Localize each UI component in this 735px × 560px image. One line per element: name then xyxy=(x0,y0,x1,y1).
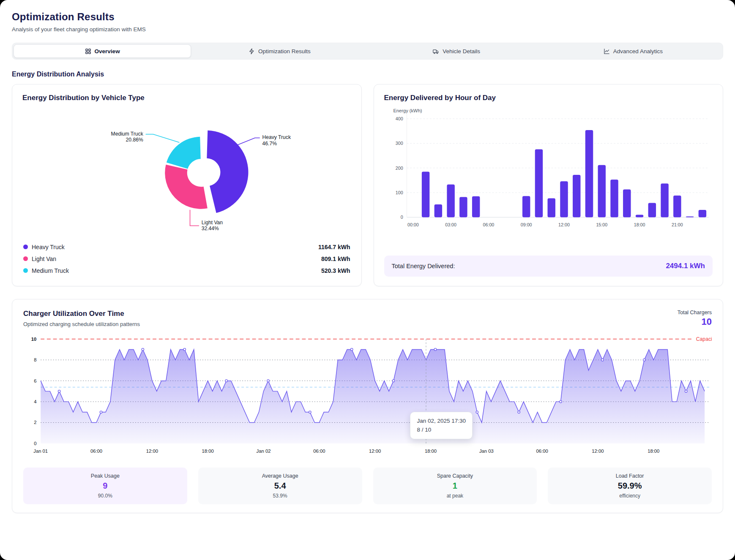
stat-value: 1 xyxy=(377,481,533,491)
stat-value: 5.4 xyxy=(202,481,358,491)
hourly-card-title: Energy Delivered by Hour of Day xyxy=(384,94,713,102)
svg-text:06:00: 06:00 xyxy=(536,448,548,453)
svg-text:Capacity: Capacity xyxy=(696,336,712,342)
svg-text:21:00: 21:00 xyxy=(671,222,683,227)
total-energy-strip: Total Energy Delivered: 2494.1 kWh xyxy=(384,256,713,277)
page-subtitle: Analysis of your fleet charging optimiza… xyxy=(12,26,723,33)
donut-card-title: Energy Distribution by Vehicle Type xyxy=(22,94,351,102)
stat-peak-usage: Peak Usage 9 90.0% xyxy=(23,468,187,504)
svg-text:12:00: 12:00 xyxy=(592,448,604,453)
stat-label: Load Factor xyxy=(552,473,708,479)
svg-text:18:00: 18:00 xyxy=(634,222,645,227)
svg-text:06:00: 06:00 xyxy=(90,448,102,453)
svg-text:300: 300 xyxy=(395,141,403,146)
total-energy-label: Total Energy Delivered: xyxy=(392,263,455,269)
stat-value: 9 xyxy=(27,481,183,491)
energy-by-hour-card: Energy Delivered by Hour of Day Energy (… xyxy=(374,84,724,286)
stat-load-factor: Load Factor 59.9% efficiency xyxy=(548,468,712,504)
legend-row-light-van: Light Van 809.1 kWh xyxy=(22,253,351,265)
stat-label: Peak Usage xyxy=(27,473,183,479)
legend-label: Light Van xyxy=(32,256,321,262)
charger-utilization-card: Charger Utilization Over Time Optimized … xyxy=(12,299,723,513)
svg-text:46.7%: 46.7% xyxy=(262,141,277,147)
stat-sub: at peak xyxy=(377,493,533,499)
total-chargers: Total Chargers 10 xyxy=(678,310,712,327)
stat-sub: 90.0% xyxy=(27,493,183,499)
stat-sub: 53.9% xyxy=(202,493,358,499)
stat-label: Average Usage xyxy=(202,473,358,479)
svg-text:20.86%: 20.86% xyxy=(126,137,143,143)
hourly-bar-chart[interactable]: Energy (kWh)010020030040000:0003:0006:00… xyxy=(384,106,713,234)
stat-average-usage: Average Usage 5.4 53.9% xyxy=(198,468,362,504)
svg-text:0: 0 xyxy=(34,441,36,446)
svg-text:100: 100 xyxy=(395,190,403,195)
total-energy-value: 2494.1 kWh xyxy=(666,262,705,270)
svg-text:06:00: 06:00 xyxy=(313,448,325,453)
svg-text:Jan 03: Jan 03 xyxy=(479,448,494,453)
svg-text:2: 2 xyxy=(34,420,36,425)
donut-legend: Heavy Truck 1164.7 kWh Light Van 809.1 k… xyxy=(22,241,351,277)
legend-dot xyxy=(23,256,28,261)
svg-text:12:00: 12:00 xyxy=(369,448,381,453)
svg-text:Medium Truck: Medium Truck xyxy=(111,131,144,137)
legend-label: Medium Truck xyxy=(32,267,321,274)
tooltip-timestamp: Jan 02, 2025 17:30 xyxy=(417,416,466,426)
utilization-header: Charger Utilization Over Time Optimized … xyxy=(23,310,712,327)
legend-value: 520.3 kWh xyxy=(321,267,350,274)
svg-text:Light Van: Light Van xyxy=(202,220,223,226)
svg-text:Jan 02: Jan 02 xyxy=(257,448,271,453)
total-chargers-value: 10 xyxy=(678,316,712,327)
tab-optimization-results-label: Optimization Results xyxy=(258,48,311,54)
chart-tooltip: Jan 02, 2025 17:30 8 / 10 xyxy=(410,412,473,439)
top-cards-row: Energy Distribution by Vehicle Type Heav… xyxy=(12,84,723,286)
stat-sub: efficiency xyxy=(552,493,708,499)
svg-text:32.44%: 32.44% xyxy=(202,226,219,231)
utilization-area-chart[interactable]: Capacity0246810Jan 0106:0012:0018:00Jan … xyxy=(23,333,712,460)
total-chargers-label: Total Chargers xyxy=(678,310,712,315)
svg-text:Energy (kWh): Energy (kWh) xyxy=(393,108,422,113)
stat-spare-capacity: Spare Capacity 1 at peak xyxy=(373,468,537,504)
tab-overview-label: Overview xyxy=(95,48,120,54)
svg-text:12:00: 12:00 xyxy=(146,448,158,453)
svg-text:4: 4 xyxy=(34,399,36,404)
svg-text:Jan 01: Jan 01 xyxy=(33,448,48,453)
svg-text:200: 200 xyxy=(395,166,403,171)
utilization-title: Charger Utilization Over Time xyxy=(23,310,140,318)
svg-text:15:00: 15:00 xyxy=(596,222,607,227)
legend-row-heavy-truck: Heavy Truck 1164.7 kWh xyxy=(22,241,351,253)
svg-text:8: 8 xyxy=(34,357,36,362)
svg-text:00:00: 00:00 xyxy=(407,222,418,227)
line-chart-icon xyxy=(604,48,610,54)
energy-distribution-card: Energy Distribution by Vehicle Type Heav… xyxy=(12,84,362,286)
legend-dot xyxy=(23,245,28,249)
svg-text:6: 6 xyxy=(34,378,36,383)
tab-advanced-analytics[interactable]: Advanced Analytics xyxy=(545,44,721,58)
tooltip-value: 8 / 10 xyxy=(417,425,466,435)
utilization-subtitle: Optimized charging schedule utilization … xyxy=(23,321,140,327)
donut-chart[interactable]: Heavy Truck46.7%Medium Truck20.86%Light … xyxy=(22,102,351,240)
svg-text:18:00: 18:00 xyxy=(425,448,437,453)
tab-overview[interactable]: Overview xyxy=(14,44,191,58)
stat-value: 59.9% xyxy=(552,481,708,491)
utilization-stats-row: Peak Usage 9 90.0% Average Usage 5.4 53.… xyxy=(23,468,712,504)
tab-vehicle-details-label: Vehicle Details xyxy=(443,48,480,54)
svg-text:09:00: 09:00 xyxy=(520,222,532,227)
section-heading: Energy Distribution Analysis xyxy=(12,71,723,78)
svg-text:400: 400 xyxy=(395,116,403,121)
tab-optimization-results[interactable]: Optimization Results xyxy=(191,44,368,58)
tab-advanced-analytics-label: Advanced Analytics xyxy=(613,48,663,54)
page-header: Optimization Results Analysis of your fl… xyxy=(12,11,723,33)
svg-text:06:00: 06:00 xyxy=(483,222,494,227)
app-window: Optimization Results Analysis of your fl… xyxy=(0,0,735,560)
legend-value: 809.1 kWh xyxy=(321,256,350,262)
svg-text:12:00: 12:00 xyxy=(558,222,570,227)
svg-text:03:00: 03:00 xyxy=(445,222,456,227)
stat-label: Spare Capacity xyxy=(377,473,533,479)
page-title: Optimization Results xyxy=(12,11,723,23)
grid-icon xyxy=(85,48,91,54)
tab-vehicle-details[interactable]: Vehicle Details xyxy=(368,44,545,58)
bolt-icon xyxy=(249,48,255,54)
svg-text:10: 10 xyxy=(31,336,37,341)
legend-dot xyxy=(23,268,28,273)
svg-text:0: 0 xyxy=(400,215,403,220)
